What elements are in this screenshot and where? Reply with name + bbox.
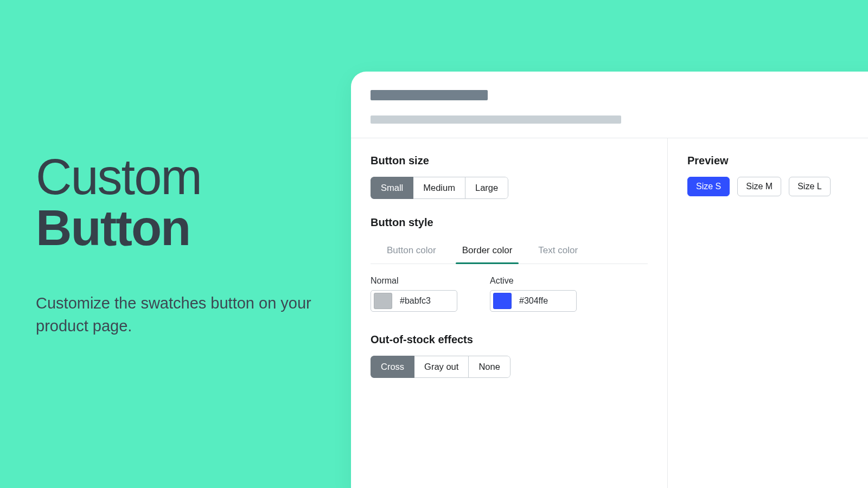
normal-color-label: Normal (371, 276, 457, 286)
normal-color-swatch[interactable] (374, 293, 392, 309)
color-fields-row: Normal #babfc3 Active #304ffe (371, 276, 648, 312)
size-option-medium[interactable]: Medium (413, 177, 465, 199)
normal-color-input[interactable]: #babfc3 (371, 290, 457, 312)
tab-button-color[interactable]: Button color (386, 239, 437, 264)
preview-button-size-s[interactable]: Size S (687, 177, 730, 196)
hero-title-line-2: Button (36, 200, 190, 255)
active-color-field: Active #304ffe (490, 276, 577, 312)
skeleton-title-bar (371, 90, 488, 100)
preview-button-size-m[interactable]: Size M (737, 177, 781, 196)
hero-title-line-1: Custom (36, 149, 201, 204)
hero-subtitle: Customize the swatches button on your pr… (36, 292, 318, 337)
normal-color-value: #babfc3 (392, 296, 431, 306)
active-color-swatch[interactable] (493, 293, 512, 309)
preview-button-size-l[interactable]: Size L (789, 177, 830, 196)
hero: Custom Button Customize the swatches but… (36, 152, 318, 337)
normal-color-field: Normal #babfc3 (371, 276, 457, 312)
content-area: Button size Small Medium Large Button st… (351, 138, 868, 488)
skeleton-subtitle-bar (371, 115, 621, 124)
preview-heading: Preview (687, 155, 868, 167)
button-size-group: Small Medium Large (371, 177, 508, 199)
preview-column: Preview Size S Size M Size L (668, 138, 868, 488)
tab-border-color[interactable]: Border color (461, 239, 514, 264)
button-style-heading: Button style (371, 216, 648, 229)
tab-text-color[interactable]: Text color (537, 239, 579, 264)
oos-option-gray-out[interactable]: Gray out (414, 356, 469, 378)
oos-option-none[interactable]: None (468, 356, 510, 378)
active-color-value: #304ffe (512, 296, 548, 306)
oos-option-cross[interactable]: Cross (371, 356, 414, 378)
app-window: Button size Small Medium Large Button st… (351, 72, 868, 488)
active-color-input[interactable]: #304ffe (490, 290, 577, 312)
active-color-label: Active (490, 276, 577, 286)
settings-column: Button size Small Medium Large Button st… (351, 138, 668, 488)
out-of-stock-group: Cross Gray out None (371, 356, 510, 378)
style-tabs: Button color Border color Text color (371, 239, 648, 264)
size-option-small[interactable]: Small (371, 177, 413, 199)
header-skeleton (351, 72, 868, 138)
preview-buttons-row: Size S Size M Size L (687, 177, 868, 196)
button-size-heading: Button size (371, 155, 648, 167)
out-of-stock-heading: Out-of-stock effects (371, 333, 648, 346)
size-option-large[interactable]: Large (465, 177, 508, 199)
hero-title: Custom Button (36, 152, 318, 254)
